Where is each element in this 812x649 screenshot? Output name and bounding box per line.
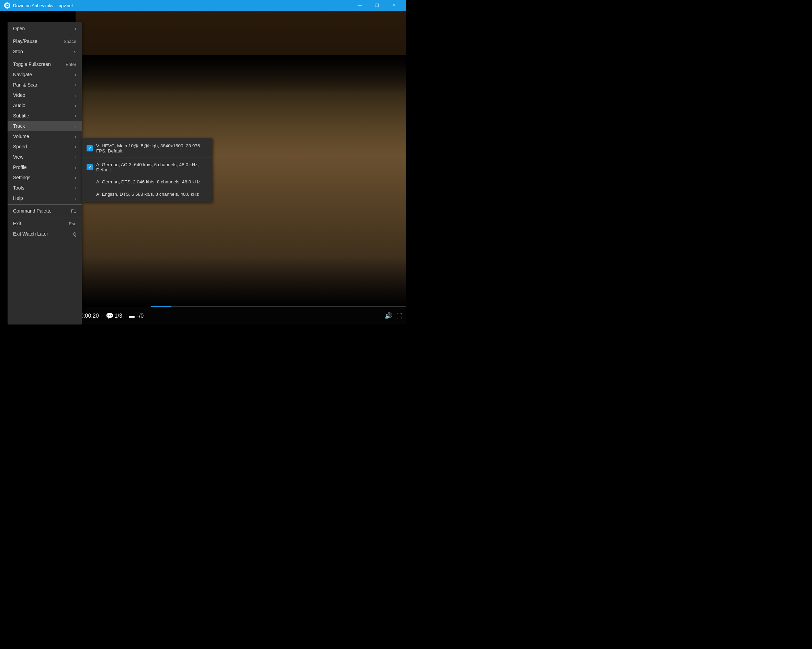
menu-item-audio[interactable]: Audio › xyxy=(8,100,82,111)
window-controls: — ❐ ✕ xyxy=(352,0,402,11)
arrow-subtitle: › xyxy=(75,113,76,119)
menu-item-help[interactable]: Help › xyxy=(8,193,82,203)
menu-item-exit[interactable]: Exit Esc xyxy=(8,218,82,229)
submenu-item-audio-english-dts[interactable]: A: English, DTS, 5 588 kb/s, 8 channels,… xyxy=(82,188,212,200)
progress-bar-container[interactable] xyxy=(151,306,406,307)
menu-label-open: Open xyxy=(13,26,25,31)
menu-item-view[interactable]: View › xyxy=(8,152,82,162)
menu-label-exit: Exit xyxy=(13,221,21,226)
menu-item-video[interactable]: Video › xyxy=(8,90,82,100)
submenu-item-audio-german-dts[interactable]: A: German, DTS, 2 046 kb/s, 8 channels, … xyxy=(82,175,212,188)
shortcut-fullscreen: Enter xyxy=(66,62,76,67)
menu-item-exit-watch-later[interactable]: Exit Watch Later Q xyxy=(8,229,82,239)
context-menu: Open › Play/Pause Space Stop s Toggle Fu… xyxy=(8,22,82,324)
menu-label-audio: Audio xyxy=(13,103,25,108)
fullscreen-icon[interactable]: ⛶ xyxy=(396,312,403,320)
arrow-help: › xyxy=(75,196,76,201)
audio-count: –/0 xyxy=(136,313,143,319)
checkbox-empty-german-dts xyxy=(87,178,93,185)
menu-item-playpause[interactable]: Play/Pause Space xyxy=(8,36,82,46)
arrow-video: › xyxy=(75,93,76,98)
shortcut-stop: s xyxy=(74,49,76,54)
menu-label-help: Help xyxy=(13,195,23,201)
submenu-label-video-track: V: HEVC, Main 10@L5@High, 3840x1600, 23.… xyxy=(96,143,208,154)
checkbox-video-track: ✓ xyxy=(87,145,93,151)
menu-item-track[interactable]: Track › xyxy=(8,121,82,131)
arrow-view: › xyxy=(75,154,76,160)
menu-label-subtitle: Subtitle xyxy=(13,113,29,119)
menu-label-playpause: Play/Pause xyxy=(13,38,37,44)
arrow-open: › xyxy=(75,26,76,31)
menu-label-toggle-fullscreen: Toggle Fullscreen xyxy=(13,61,51,67)
shortcut-exit-watch-later: Q xyxy=(73,232,76,236)
separator-1 xyxy=(8,35,82,35)
window-title: Downton Abbey.mkv - mpv.net xyxy=(13,3,352,8)
shortcut-exit: Esc xyxy=(69,221,76,226)
menu-label-navigate: Navigate xyxy=(13,72,32,77)
volume-icon[interactable]: 🔊 xyxy=(385,312,392,320)
menu-label-video: Video xyxy=(13,92,25,98)
menu-item-subtitle[interactable]: Subtitle › xyxy=(8,111,82,121)
menu-item-profile[interactable]: Profile › xyxy=(8,162,82,172)
arrow-navigate: › xyxy=(75,72,76,77)
bottom-bar: -00:00:20 💬 1/3 ▬ –/0 🔊 ⛶ xyxy=(76,307,406,324)
menu-item-pan-scan[interactable]: Pan & Scan › xyxy=(8,80,82,90)
menu-item-settings[interactable]: Settings › xyxy=(8,172,82,183)
shortcut-command-palette: F1 xyxy=(71,209,76,213)
menu-label-profile: Profile xyxy=(13,165,27,170)
submenu-label-audio-german-dts: A: German, DTS, 2 046 kb/s, 8 channels, … xyxy=(96,179,200,184)
checkmark-audio-german-ac3: ✓ xyxy=(88,165,92,170)
menu-item-navigate[interactable]: Navigate › xyxy=(8,69,82,80)
separator-2 xyxy=(8,58,82,58)
shortcut-playpause: Space xyxy=(64,39,76,44)
menu-item-command-palette[interactable]: Command Palette F1 xyxy=(8,206,82,216)
arrow-speed: › xyxy=(75,144,76,149)
menu-label-exit-watch-later: Exit Watch Later xyxy=(13,231,48,236)
progress-bar-fill xyxy=(151,306,171,307)
menu-label-pan-scan: Pan & Scan xyxy=(13,82,38,88)
submenu-label-audio-german-ac3: A: German, AC-3, 640 kb/s, 6 channels, 4… xyxy=(96,162,208,172)
close-button[interactable]: ✕ xyxy=(386,0,402,11)
menu-label-settings: Settings xyxy=(13,175,31,180)
submenu-separator-1 xyxy=(82,158,212,158)
bottom-icons: 🔊 ⛶ xyxy=(385,312,403,320)
separator-4 xyxy=(8,217,82,217)
menu-label-tools: Tools xyxy=(13,185,24,190)
checkbox-audio-german-ac3: ✓ xyxy=(87,164,93,170)
audio-indicator: ▬ –/0 xyxy=(129,313,143,319)
menu-item-tools[interactable]: Tools › xyxy=(8,183,82,193)
submenu-item-video-track[interactable]: ✓ V: HEVC, Main 10@L5@High, 3840x1600, 2… xyxy=(82,140,212,157)
menu-item-volume[interactable]: Volume › xyxy=(8,131,82,142)
subtitle-count: 1/3 xyxy=(115,313,122,319)
titlebar: Downton Abbey.mkv - mpv.net — ❐ ✕ xyxy=(0,0,406,11)
menu-label-view: View xyxy=(13,154,23,160)
subtitle-bubble-icon: 💬 xyxy=(106,312,113,320)
arrow-settings: › xyxy=(75,175,76,180)
checkbox-empty-english-dts xyxy=(87,191,93,197)
arrow-profile: › xyxy=(75,165,76,170)
menu-item-stop[interactable]: Stop s xyxy=(8,46,82,57)
arrow-track: › xyxy=(75,123,76,129)
app-icon xyxy=(4,2,10,9)
track-submenu: ✓ V: HEVC, Main 10@L5@High, 3840x1600, 2… xyxy=(82,138,212,202)
menu-item-open[interactable]: Open › xyxy=(8,23,82,34)
subtitle-indicator: 💬 1/3 xyxy=(106,312,122,320)
submenu-item-audio-german-ac3[interactable]: ✓ A: German, AC-3, 640 kb/s, 6 channels,… xyxy=(82,159,212,175)
minimize-button[interactable]: — xyxy=(352,0,368,11)
arrow-volume: › xyxy=(75,134,76,139)
menu-item-toggle-fullscreen[interactable]: Toggle Fullscreen Enter xyxy=(8,59,82,69)
checkmark-video: ✓ xyxy=(88,146,92,151)
arrow-audio: › xyxy=(75,103,76,108)
arrow-pan-scan: › xyxy=(75,82,76,88)
menu-label-stop: Stop xyxy=(13,49,23,54)
separator-3 xyxy=(8,204,82,205)
video-area: -00:00:20 💬 1/3 ▬ –/0 🔊 ⛶ ◀ Open › Play xyxy=(0,11,406,324)
menu-item-speed[interactable]: Speed › xyxy=(8,142,82,152)
restore-button[interactable]: ❐ xyxy=(369,0,385,11)
arrow-tools: › xyxy=(75,186,76,190)
menu-label-speed: Speed xyxy=(13,144,27,149)
submenu-label-audio-english-dts: A: English, DTS, 5 588 kb/s, 8 channels,… xyxy=(96,192,199,197)
menu-label-volume: Volume xyxy=(13,134,29,139)
audio-bar-icon: ▬ xyxy=(129,313,135,319)
menu-label-track: Track xyxy=(13,123,25,129)
